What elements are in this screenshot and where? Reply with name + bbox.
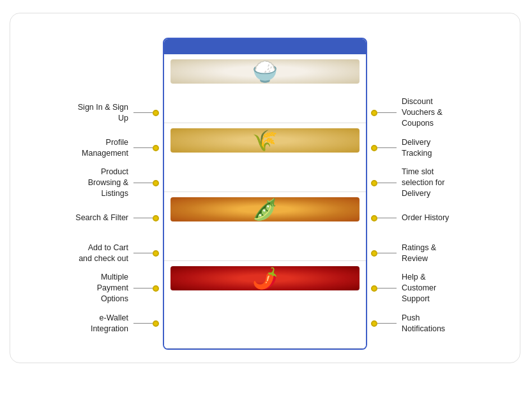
line-add-to-cart (133, 253, 153, 253)
right-connector-discount-vouchers (371, 110, 397, 116)
right-label-text-ratings-review: Ratings & Review (397, 243, 457, 264)
line-multiple-payment (133, 288, 153, 289)
product-image-0: 🍚 (170, 59, 360, 84)
left-label-text-search-filter: Search & Filter (75, 213, 133, 223)
right-label-help-customer-support: Help & Customer Support (371, 271, 457, 306)
right-label-delivery-tracking: Delivery Tracking (371, 130, 457, 165)
right-connector-ratings-review (371, 250, 397, 257)
right-label-order-history: Order History (371, 200, 457, 236)
left-label-profile-management: Profile Management (73, 130, 159, 165)
left-label-multiple-payment: Multiple Payment Options (73, 271, 159, 306)
product-item-1[interactable]: 🌾 Wheat Gehu Price/Quintal :- 1500-3800 … (164, 123, 366, 192)
product-item-3[interactable]: 🌶️ CHILLI POWDER MIRCH POWDER Price/Quin… (164, 261, 366, 349)
rline-order-history (377, 218, 397, 218)
rline-push-notifications (377, 323, 397, 324)
dot-left-sign-in-sign-up (153, 110, 159, 116)
right-connector-time-slot-selection (371, 180, 397, 186)
right-connector-push-notifications (371, 320, 397, 327)
right-label-time-slot-selection: Time slot selection for Delivery (371, 165, 457, 200)
dot-right-order-history (371, 215, 377, 221)
dot-right-ratings-review (371, 250, 377, 257)
left-labels: Sign In & Sign Up Profile Management Pro… (73, 38, 163, 341)
left-label-add-to-cart: Add to Cart and check out (73, 236, 159, 271)
right-label-text-help-customer-support: Help & Customer Support (397, 272, 457, 304)
dot-right-push-notifications (371, 320, 377, 327)
left-label-text-sign-in-sign-up: Sign In & Sign Up (73, 102, 133, 124)
right-label-push-notifications: Push Notifications (371, 306, 457, 341)
right-connector-delivery-tracking (371, 145, 397, 151)
line-search-filter (133, 218, 153, 218)
left-label-text-product-browsing: Product Browsing & Listings (73, 167, 133, 199)
right-label-discount-vouchers: Discount Vouchers & Coupons (371, 95, 457, 130)
dot-right-time-slot-selection (371, 180, 377, 186)
rline-discount-vouchers (377, 112, 397, 113)
product-image-2: 🫛 (170, 197, 360, 221)
right-connector-order-history (371, 215, 397, 221)
left-label-text-e-wallet: e-Wallet Integration (73, 313, 133, 334)
dot-right-help-customer-support (371, 285, 377, 292)
left-connector-product-browsing (133, 180, 159, 186)
dot-left-multiple-payment (153, 285, 159, 292)
rline-time-slot-selection (377, 183, 397, 183)
app-mockup: 🍚 Rice Chawal Price/Quintal :- 1790-6500… (163, 38, 367, 350)
product-list: 🍚 Rice Chawal Price/Quintal :- 1790-6500… (164, 54, 366, 349)
right-label-text-push-notifications: Push Notifications (397, 313, 457, 334)
line-product-browsing (133, 183, 153, 183)
dot-left-search-filter (153, 215, 159, 221)
line-profile-management (133, 147, 153, 148)
left-connector-profile-management (133, 145, 159, 151)
left-label-product-browsing: Product Browsing & Listings (73, 165, 159, 200)
left-connector-add-to-cart (133, 250, 159, 257)
right-labels: Discount Vouchers & Coupons Delivery Tra… (367, 38, 457, 341)
right-label-text-discount-vouchers: Discount Vouchers & Coupons (397, 96, 457, 129)
product-item-2[interactable]: 🫛 Turmeric Haldi Price/Quintal :- 10000-… (164, 192, 366, 261)
left-connector-search-filter (133, 215, 159, 221)
rline-delivery-tracking (377, 147, 397, 148)
rline-help-customer-support (377, 288, 397, 289)
dot-left-product-browsing (153, 180, 159, 186)
line-e-wallet (133, 323, 153, 324)
left-label-search-filter: Search & Filter (73, 200, 159, 236)
left-label-text-add-to-cart: Add to Cart and check out (73, 243, 133, 264)
left-connector-multiple-payment (133, 285, 159, 292)
right-label-text-time-slot-selection: Time slot selection for Delivery (397, 167, 457, 199)
product-item-0[interactable]: 🍚 Rice Chawal Price/Quintal :- 1790-6500… (164, 54, 366, 123)
right-connector-help-customer-support (371, 285, 397, 292)
left-label-sign-in-sign-up: Sign In & Sign Up (73, 95, 159, 130)
dot-left-add-to-cart (153, 250, 159, 257)
left-label-text-profile-management: Profile Management (73, 137, 133, 159)
right-label-text-delivery-tracking: Delivery Tracking (397, 137, 457, 159)
dot-right-discount-vouchers (371, 110, 377, 116)
left-label-e-wallet: e-Wallet Integration (73, 306, 159, 341)
product-image-1: 🌾 (170, 128, 360, 153)
dot-right-delivery-tracking (371, 145, 377, 151)
dot-left-e-wallet (153, 320, 159, 327)
left-connector-e-wallet (133, 320, 159, 327)
left-connector-sign-in-sign-up (133, 110, 159, 116)
product-image-3: 🌶️ (170, 266, 360, 290)
left-label-text-multiple-payment: Multiple Payment Options (73, 272, 133, 304)
right-label-text-order-history: Order History (397, 213, 449, 223)
dot-left-profile-management (153, 145, 159, 151)
rline-ratings-review (377, 253, 397, 253)
line-sign-in-sign-up (133, 112, 153, 113)
main-container: Sign In & Sign Up Profile Management Pro… (10, 13, 520, 363)
layout: Sign In & Sign Up Profile Management Pro… (17, 38, 513, 350)
right-label-ratings-review: Ratings & Review (371, 236, 457, 271)
app-brand (164, 39, 366, 54)
